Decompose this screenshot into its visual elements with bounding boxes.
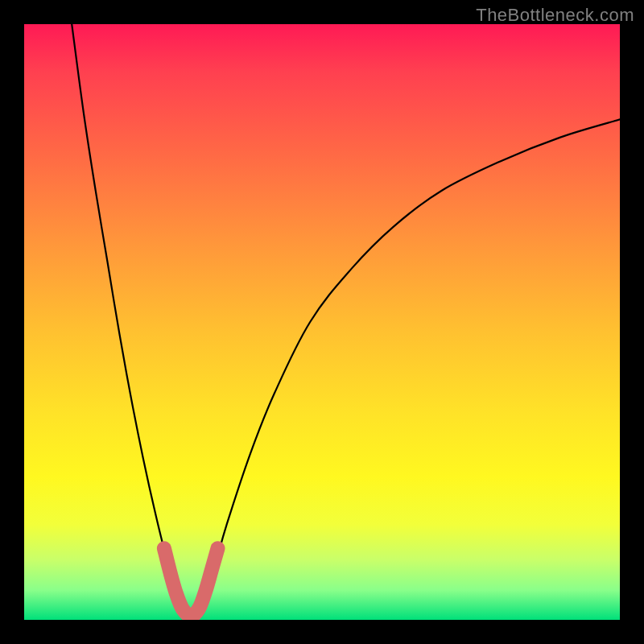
optimal-zone-marker xyxy=(164,548,218,617)
watermark-text: TheBottleneck.com xyxy=(476,5,634,26)
chart-plot-area xyxy=(24,24,620,620)
bottleneck-curve xyxy=(72,24,620,620)
bottleneck-chart xyxy=(24,24,620,620)
